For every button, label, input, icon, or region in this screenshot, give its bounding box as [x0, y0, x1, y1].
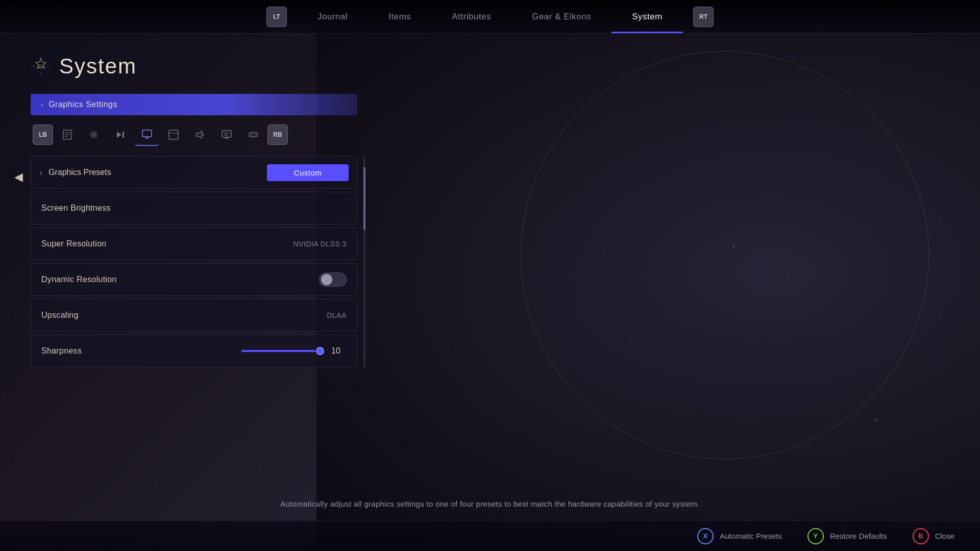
- presets-label: Graphics Presets: [48, 168, 111, 177]
- screen-brightness-row[interactable]: Screen Brightness: [31, 192, 357, 224]
- svg-point-21: [255, 135, 256, 136]
- system-icon: [31, 56, 51, 77]
- svg-rect-17: [249, 133, 257, 137]
- svg-rect-7: [122, 132, 124, 138]
- lb-button[interactable]: LB: [33, 124, 53, 145]
- sub-nav-journal[interactable]: [55, 123, 80, 146]
- bottom-bar: X Automatic Presets Y Restore Defaults B…: [0, 520, 980, 551]
- sharpness-slider-track[interactable]: [241, 350, 323, 352]
- tab-items[interactable]: Items: [368, 0, 431, 33]
- svg-rect-14: [222, 131, 231, 137]
- sub-nav-display[interactable]: [135, 123, 159, 146]
- dynamic-resolution-row[interactable]: Dynamic Resolution: [31, 263, 357, 296]
- sharpness-slider-container: 10: [241, 346, 347, 356]
- dynamic-resolution-label: Dynamic Resolution: [41, 275, 117, 284]
- scroll-bar: [363, 156, 365, 367]
- x-button[interactable]: X: [697, 528, 714, 544]
- tab-gear-eikons[interactable]: Gear & Eikons: [511, 0, 611, 33]
- lt-button[interactable]: LT: [266, 7, 287, 27]
- presets-left: ‹ Graphics Presets: [39, 167, 111, 178]
- presets-value-button[interactable]: Custom: [267, 164, 349, 181]
- presets-chevron-icon: ‹: [39, 167, 42, 178]
- svg-marker-6: [117, 132, 121, 138]
- svg-point-5: [92, 133, 95, 136]
- screen-brightness-label: Screen Brightness: [41, 204, 111, 213]
- restore-defaults-label: Restore Defaults: [830, 532, 887, 540]
- auto-presets-action[interactable]: X Automatic Presets: [697, 528, 782, 544]
- graphics-presets-row[interactable]: ‹ Graphics Presets Custom: [31, 156, 357, 189]
- svg-marker-13: [197, 131, 202, 138]
- svg-rect-8: [142, 130, 152, 137]
- sharpness-label: Sharpness: [41, 346, 82, 356]
- dynamic-resolution-toggle[interactable]: [319, 272, 347, 287]
- auto-presets-label: Automatic Presets: [720, 532, 782, 540]
- settings-list: ◀ ‹ Graphics Presets Custom Screen Brigh…: [31, 156, 357, 367]
- tab-attributes[interactable]: Attributes: [431, 0, 511, 33]
- sub-nav-chat[interactable]: [214, 123, 239, 146]
- description-text: Automatically adjust all graphics settin…: [204, 498, 776, 510]
- sub-nav-controller[interactable]: [241, 123, 265, 146]
- upscaling-row[interactable]: Upscaling DLAA: [31, 299, 357, 332]
- left-panel: System › Graphics Settings LB: [31, 54, 357, 500]
- top-nav: LT Journal Items Attributes Gear & Eikon…: [0, 0, 980, 34]
- tab-system[interactable]: System: [611, 0, 683, 33]
- sub-nav: LB: [31, 123, 357, 146]
- sub-nav-screen[interactable]: [161, 123, 186, 146]
- upscaling-value: DLAA: [327, 311, 347, 319]
- system-title-area: System: [31, 54, 357, 79]
- tab-journal[interactable]: Journal: [297, 0, 368, 33]
- rt-button[interactable]: RT: [693, 7, 714, 27]
- main-content: System › Graphics Settings LB: [0, 34, 980, 520]
- svg-rect-11: [169, 130, 178, 139]
- page-title: System: [59, 54, 137, 79]
- sharpness-value: 10: [331, 346, 347, 356]
- sub-nav-skip[interactable]: [108, 123, 133, 146]
- scroll-thumb[interactable]: [363, 167, 365, 230]
- sharpness-slider-thumb[interactable]: [316, 347, 324, 355]
- b-button[interactable]: B: [913, 528, 929, 544]
- close-action[interactable]: B Close: [913, 528, 954, 544]
- restore-defaults-action[interactable]: Y Restore Defaults: [807, 528, 887, 544]
- close-label: Close: [935, 532, 954, 540]
- nav-tabs: Journal Items Attributes Gear & Eikons S…: [297, 0, 683, 33]
- rb-button[interactable]: RB: [267, 124, 288, 145]
- super-resolution-row[interactable]: Super Resolution NVIDIA DLSS 3: [31, 228, 357, 260]
- sub-nav-sound[interactable]: [188, 123, 212, 146]
- section-header[interactable]: › Graphics Settings: [31, 94, 357, 115]
- sharpness-row[interactable]: Sharpness 10: [31, 335, 357, 367]
- sub-nav-settings[interactable]: [82, 123, 106, 146]
- super-resolution-value: NVIDIA DLSS 3: [293, 240, 347, 248]
- super-resolution-label: Super Resolution: [41, 239, 107, 248]
- sharpness-slider-fill: [241, 350, 315, 352]
- y-button[interactable]: Y: [807, 528, 824, 544]
- section-chevron-icon: ›: [41, 101, 43, 109]
- upscaling-label: Upscaling: [41, 311, 79, 320]
- svg-point-20: [254, 134, 255, 135]
- selection-arrow-icon: ◀: [14, 170, 23, 184]
- toggle-knob: [321, 274, 332, 285]
- description-area: Automatically adjust all graphics settin…: [0, 498, 980, 510]
